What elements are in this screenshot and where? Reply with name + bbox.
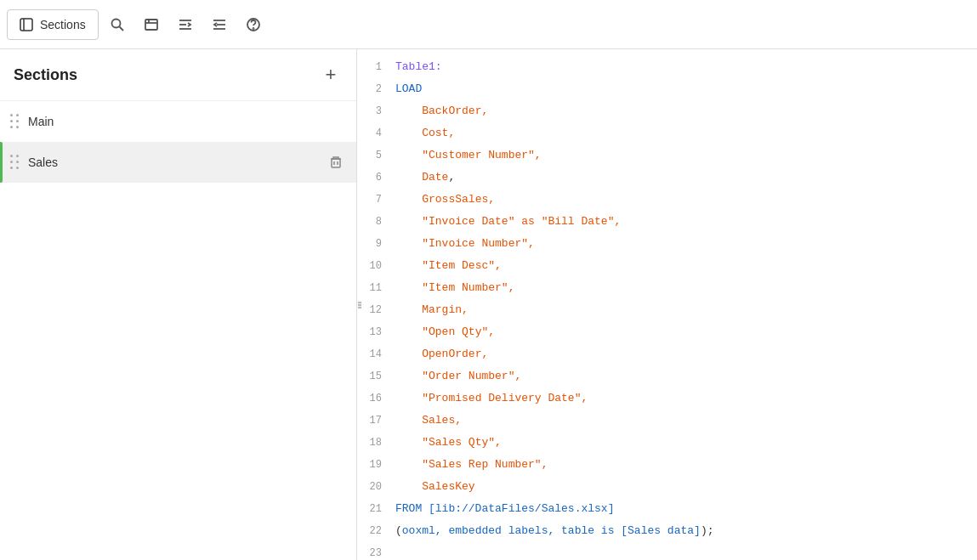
- svg-rect-0: [20, 19, 32, 31]
- sections-toggle-button[interactable]: Sections: [7, 9, 99, 40]
- line-number: 6: [357, 167, 395, 189]
- resize-handle[interactable]: [357, 49, 362, 560]
- trash-icon: [329, 156, 343, 169]
- code-line: 14 OpenOrder,: [357, 343, 977, 365]
- editor-area: 1Table1:2LOAD3 BackOrder,4 Cost,5 "Custo…: [357, 49, 977, 560]
- line-content[interactable]: Date,: [395, 167, 977, 189]
- line-number: 8: [357, 211, 395, 233]
- svg-point-23: [360, 306, 361, 308]
- code-line: 15 "Order Number",: [357, 365, 977, 387]
- line-content[interactable]: Sales,: [395, 410, 977, 432]
- code-line: 13 "Open Qty",: [357, 321, 977, 343]
- line-content[interactable]: "Promised Delivery Date",: [395, 387, 977, 410]
- drag-handle-sales[interactable]: [10, 155, 20, 170]
- line-number: 20: [357, 476, 395, 498]
- line-content[interactable]: Margin,: [395, 299, 977, 321]
- sidebar-item-label-sales: Sales: [28, 156, 317, 169]
- code-editor[interactable]: 1Table1:2LOAD3 BackOrder,4 Cost,5 "Custo…: [357, 49, 977, 560]
- dot: [16, 161, 19, 163]
- sidebar: Sections + Main: [0, 49, 357, 560]
- delete-section-button[interactable]: [326, 152, 346, 173]
- code-icon: [144, 17, 159, 32]
- search-icon: [110, 17, 125, 32]
- dot: [10, 167, 13, 169]
- dot: [16, 155, 19, 157]
- add-section-button[interactable]: +: [319, 63, 343, 87]
- dot: [10, 155, 13, 157]
- line-content[interactable]: OpenOrder,: [395, 343, 977, 365]
- indent-right-button[interactable]: [170, 9, 201, 40]
- main-area: Sections + Main: [0, 49, 977, 560]
- line-number: 14: [357, 343, 395, 365]
- line-content[interactable]: (ooxml, embedded labels, table is [Sales…: [395, 520, 977, 542]
- line-number: 15: [357, 365, 395, 387]
- line-number: 2: [357, 78, 395, 100]
- line-number: 3: [357, 100, 395, 122]
- dot: [16, 167, 19, 169]
- line-content[interactable]: "Order Number",: [395, 365, 977, 387]
- line-content[interactable]: LOAD: [395, 78, 977, 100]
- line-content[interactable]: SalesKey: [395, 476, 977, 498]
- sections-button-label: Sections: [40, 18, 86, 31]
- line-content[interactable]: "Invoice Date" as "Bill Date",: [395, 211, 977, 233]
- help-button[interactable]: [238, 9, 269, 40]
- line-content[interactable]: "Open Qty",: [395, 321, 977, 343]
- code-line: 23: [357, 542, 977, 560]
- svg-point-2: [111, 19, 120, 27]
- dot: [16, 114, 19, 116]
- line-content[interactable]: FROM [lib://DataFiles/Sales.xlsx]: [395, 498, 977, 520]
- svg-rect-15: [332, 159, 340, 167]
- panel-icon: [20, 18, 33, 31]
- code-line: 6 Date,: [357, 167, 977, 189]
- code-line: 12 Margin,: [357, 299, 977, 321]
- indent-right-icon: [178, 17, 193, 32]
- code-line: 20 SalesKey: [357, 476, 977, 498]
- line-content[interactable]: "Sales Qty",: [395, 432, 977, 454]
- line-content[interactable]: GrossSales,: [395, 189, 977, 211]
- line-number: 18: [357, 432, 395, 454]
- code-line: 8 "Invoice Date" as "Bill Date",: [357, 211, 977, 233]
- line-content[interactable]: [395, 542, 977, 560]
- line-content[interactable]: BackOrder,: [395, 100, 977, 122]
- line-content[interactable]: Cost,: [395, 122, 977, 144]
- indent-left-icon: [212, 17, 227, 32]
- dot: [10, 126, 13, 128]
- code-line: 9 "Invoice Number",: [357, 233, 977, 255]
- line-number: 5: [357, 144, 395, 167]
- code-line: 18 "Sales Qty",: [357, 432, 977, 454]
- sidebar-items-list: Main Sales: [0, 101, 356, 560]
- sidebar-title: Sections: [14, 66, 77, 84]
- code-line: 7 GrossSales,: [357, 189, 977, 211]
- drag-handle-main[interactable]: [10, 114, 20, 129]
- line-content[interactable]: "Customer Number",: [395, 144, 977, 167]
- svg-point-21: [360, 301, 361, 303]
- line-number: 17: [357, 410, 395, 432]
- sidebar-item-label-main: Main: [28, 115, 346, 128]
- svg-line-3: [119, 26, 123, 31]
- line-content[interactable]: "Sales Rep Number",: [395, 454, 977, 476]
- line-number: 4: [357, 122, 395, 144]
- dot: [16, 120, 19, 122]
- search-button[interactable]: [102, 9, 133, 40]
- dot: [16, 126, 19, 128]
- sidebar-item-sales[interactable]: Sales: [0, 142, 356, 183]
- code-line: 11 "Item Number",: [357, 277, 977, 299]
- code-button[interactable]: [136, 9, 167, 40]
- line-content[interactable]: Table1:: [395, 56, 977, 78]
- indent-left-button[interactable]: [204, 9, 235, 40]
- line-content[interactable]: "Item Desc",: [395, 255, 977, 277]
- line-number: 21: [357, 498, 395, 520]
- code-line: 17 Sales,: [357, 410, 977, 432]
- line-number: 7: [357, 189, 395, 211]
- sidebar-item-main[interactable]: Main: [0, 101, 356, 142]
- line-number: 1: [357, 56, 395, 78]
- svg-point-22: [360, 303, 361, 305]
- dot: [10, 161, 13, 163]
- line-number: 13: [357, 321, 395, 343]
- line-number: 9: [357, 233, 395, 255]
- line-number: 22: [357, 520, 395, 542]
- code-line: 22(ooxml, embedded labels, table is [Sal…: [357, 520, 977, 542]
- help-icon: [246, 17, 261, 32]
- line-content[interactable]: "Invoice Number",: [395, 233, 977, 255]
- line-content[interactable]: "Item Number",: [395, 277, 977, 299]
